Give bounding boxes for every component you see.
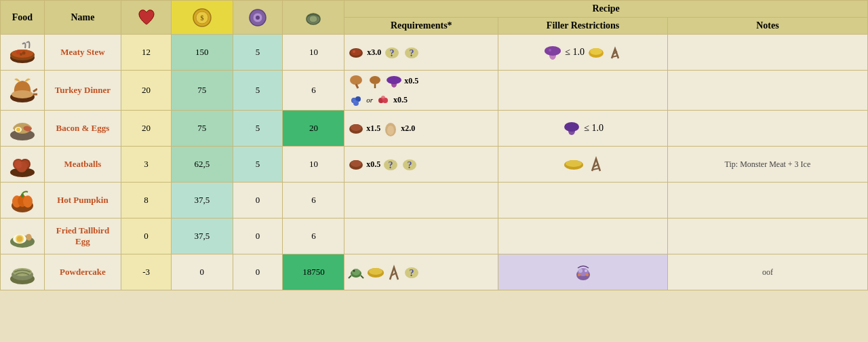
filler-subheader: Filler Restrictions bbox=[498, 18, 668, 35]
heart-header bbox=[121, 1, 172, 35]
heart-icon bbox=[136, 7, 157, 28]
food-image-meatballs bbox=[1, 147, 45, 183]
food-image-hot-pumpkin bbox=[1, 183, 45, 218]
svg-text:?: ? bbox=[390, 48, 395, 58]
svg-text:?: ? bbox=[410, 48, 414, 58]
bacon-eggs-name: Bacon & Eggs bbox=[44, 111, 121, 147]
filler-mushroom-icon bbox=[543, 43, 562, 62]
drumstick-icon bbox=[347, 72, 365, 90]
meaty-stew-heart: 12 bbox=[121, 35, 172, 71]
turkey-dinner-name: Turkey Dinner bbox=[44, 71, 121, 111]
egg-icon bbox=[382, 119, 399, 137]
turkey-leg-icon bbox=[366, 72, 384, 90]
berry-cluster-icon bbox=[347, 91, 365, 109]
meatballs-hunger: 10 bbox=[283, 147, 344, 183]
svg-text:$: $ bbox=[200, 14, 203, 22]
honey-icon bbox=[366, 265, 385, 279]
powdercake-sanity: 0 bbox=[233, 254, 283, 290]
svg-point-89 bbox=[578, 273, 580, 276]
tallbird-egg-notes bbox=[667, 218, 867, 254]
tallbird-egg-req bbox=[344, 218, 498, 254]
bacon-eggs-heart: 20 bbox=[121, 111, 172, 147]
notes-subheader: Notes bbox=[667, 18, 867, 35]
svg-text:?: ? bbox=[410, 268, 414, 278]
svg-point-45 bbox=[16, 128, 20, 132]
svg-point-87 bbox=[578, 269, 583, 273]
bacon-eggs-req: x1.5 x2.0 bbox=[344, 111, 498, 147]
turkey-dinner-filler bbox=[498, 71, 668, 111]
hot-pumpkin-req bbox=[344, 183, 498, 218]
powdercake-name: Powdercake bbox=[44, 254, 121, 290]
tallbird-egg-name: Fried Tallbird Egg bbox=[44, 218, 121, 254]
svg-rect-70 bbox=[21, 193, 24, 197]
hot-pumpkin-name: Hot Pumpkin bbox=[44, 183, 121, 218]
svg-point-59 bbox=[351, 160, 361, 167]
svg-point-15 bbox=[351, 49, 361, 56]
meatballs-gold: 62,5 bbox=[171, 147, 233, 183]
svg-text:?: ? bbox=[389, 160, 393, 170]
table-row: Bacon & Eggs 20 75 5 20 x1.5 bbox=[1, 111, 868, 147]
svg-point-57 bbox=[21, 160, 29, 168]
svg-point-5 bbox=[256, 16, 260, 20]
veggie-icon bbox=[385, 72, 403, 90]
powdercake-hunger: 18750 bbox=[283, 254, 344, 290]
svg-line-31 bbox=[356, 84, 358, 88]
hot-pumpkin-gold: 37,5 bbox=[171, 183, 233, 218]
tallbird-egg-hunger: 6 bbox=[283, 218, 344, 254]
svg-point-74 bbox=[17, 236, 22, 242]
food-image-powdercake bbox=[1, 254, 45, 290]
svg-point-39 bbox=[352, 98, 356, 102]
meatballs-heart: 3 bbox=[121, 147, 172, 183]
twig3-icon bbox=[387, 263, 401, 281]
svg-point-12 bbox=[22, 52, 25, 55]
meat3-icon bbox=[347, 155, 365, 173]
question4-icon: ? bbox=[401, 155, 418, 173]
svg-point-51 bbox=[564, 122, 579, 132]
filler-yellow-icon bbox=[587, 45, 605, 60]
question3-icon: ? bbox=[382, 155, 399, 173]
turkey-dinner-sanity: 5 bbox=[233, 71, 283, 111]
powdercake-heart: -3 bbox=[121, 254, 172, 290]
meaty-stew-gold: 150 bbox=[171, 35, 233, 71]
powdercake-filler bbox=[498, 254, 668, 290]
tallbird-egg-heart: 0 bbox=[121, 218, 172, 254]
question1-icon: ? bbox=[383, 43, 401, 61]
tallbird-egg-gold: 37,5 bbox=[171, 218, 233, 254]
question5-icon: ? bbox=[403, 263, 420, 281]
recipe-header: Recipe bbox=[344, 1, 868, 18]
food-image-tallbird-egg bbox=[1, 218, 45, 254]
meaty-stew-req: x3.0 ? ? bbox=[344, 35, 498, 71]
filler-veggie2-icon bbox=[562, 119, 581, 138]
svg-point-13 bbox=[20, 53, 22, 56]
svg-point-80 bbox=[353, 270, 355, 272]
meaty-stew-sanity: 5 bbox=[233, 35, 283, 71]
meatballs-req: x0.5 ? ? bbox=[344, 147, 498, 183]
food-image-bacon-eggs bbox=[1, 111, 45, 147]
meatballs-sanity: 5 bbox=[233, 147, 283, 183]
meatballs-name: Meatballs bbox=[44, 147, 121, 183]
svg-point-27 bbox=[12, 90, 33, 98]
requirements-subheader: Requirements* bbox=[344, 18, 498, 35]
turkey-dinner-hunger: 6 bbox=[283, 71, 344, 111]
svg-point-22 bbox=[545, 46, 561, 56]
svg-point-69 bbox=[23, 195, 33, 208]
powdercake-req: ? bbox=[344, 254, 498, 290]
hot-pumpkin-hunger: 6 bbox=[283, 183, 344, 218]
svg-point-65 bbox=[566, 160, 582, 167]
hot-pumpkin-notes bbox=[667, 183, 867, 218]
bacon-eggs-notes bbox=[667, 111, 867, 147]
bacon-eggs-gold: 75 bbox=[171, 111, 233, 147]
meaty-stew-hunger: 10 bbox=[283, 35, 344, 71]
meat2-icon bbox=[347, 119, 365, 137]
tallbird-egg-filler bbox=[498, 218, 668, 254]
powdercake-notes: oof bbox=[667, 254, 867, 290]
svg-point-16 bbox=[353, 50, 355, 53]
table-row: Meatballs 3 62,5 5 10 x0.5 ? bbox=[1, 147, 868, 183]
coin-icon: $ bbox=[191, 7, 213, 28]
svg-point-47 bbox=[351, 124, 361, 131]
hot-pumpkin-heart: 8 bbox=[121, 183, 172, 218]
tallbird-egg-sanity: 0 bbox=[233, 218, 283, 254]
svg-line-28 bbox=[33, 89, 37, 92]
lizard-icon bbox=[347, 263, 365, 281]
filler-twig2-icon bbox=[588, 155, 604, 174]
